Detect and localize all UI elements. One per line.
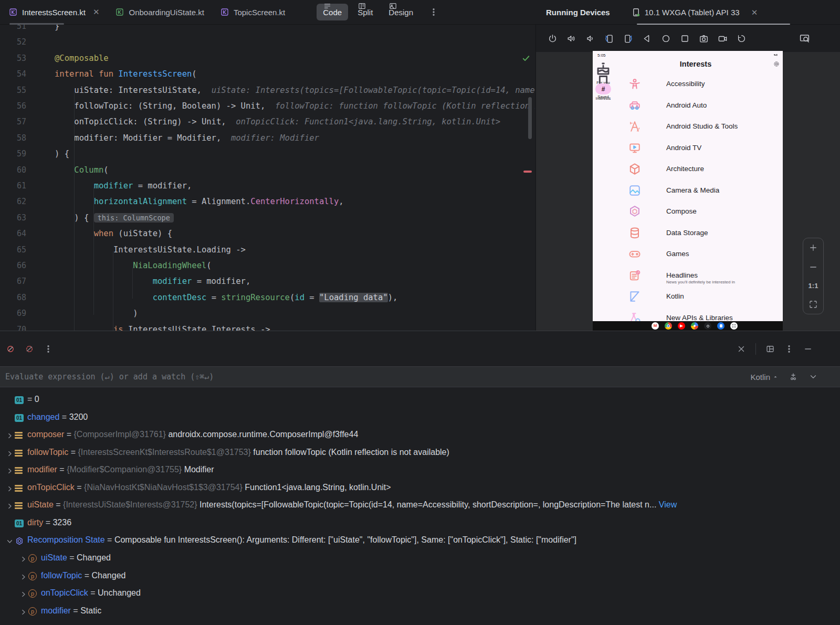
add-watch-icon[interactable] — [789, 372, 798, 382]
files-app-app-icon[interactable] — [717, 322, 724, 330]
variable-segment: = — [68, 448, 78, 457]
variable-row[interactable]: ponTopicClick = Unchanged — [0, 588, 840, 601]
chevron-collapsed-icon[interactable] — [19, 555, 28, 564]
editor-more-icon[interactable] — [429, 7, 438, 17]
minimize-icon[interactable] — [803, 344, 813, 354]
chevron-collapsed-icon[interactable] — [5, 431, 14, 440]
back-icon[interactable] — [642, 34, 652, 44]
variable-segment: composer — [27, 430, 64, 439]
variable-segment: uiState — [27, 500, 54, 509]
code-line: ) — [0, 305, 535, 321]
power-icon[interactable] — [548, 34, 558, 44]
variable-row[interactable]: 01dirty = 3236 — [0, 517, 840, 531]
view-mode-design[interactable]: Design — [382, 4, 419, 20]
zoom-in-icon[interactable] — [808, 243, 818, 252]
device-tab[interactable]: 10.1 WXGA (Tablet) API 33 — [631, 7, 740, 17]
variable-segment: {ComposerImpl@31761} — [74, 430, 168, 439]
more-icon[interactable] — [755, 34, 765, 44]
chevron-collapsed-icon[interactable] — [5, 449, 14, 458]
rotate-right-icon[interactable] — [623, 34, 633, 44]
code-token: InterestsUiState.Interests -> — [123, 325, 270, 331]
variable-row[interactable]: puiState = Changed — [0, 553, 840, 566]
code-editor[interactable]: 51}5253@Composable54internal fun Interes… — [0, 25, 535, 331]
language-selector[interactable]: Kotlin — [750, 373, 778, 382]
variable-segment: Function1<java.lang.String, kotlin.Unit> — [245, 483, 391, 492]
breakpoint-icon[interactable] — [6, 344, 15, 354]
view-link[interactable]: View — [659, 500, 677, 509]
volume-down-icon[interactable] — [585, 34, 595, 44]
variable-row[interactable]: pmodifier = Static — [0, 606, 840, 619]
evaluate-expression-input[interactable]: Evaluate expression (↵) or add a watch (… — [0, 372, 214, 382]
emulator-zoom-controls: 1:1 — [803, 238, 824, 314]
chevron-down-icon[interactable] — [808, 372, 818, 382]
emulator-screen[interactable]: 5:05 For youSaved#Interests Interests Ac… — [593, 51, 783, 331]
variable-row[interactable]: onTopicClick = {NiaNavHostKt$NiaNavHost$… — [0, 482, 840, 496]
topic-name: New APIs & Libraries — [666, 314, 733, 322]
object-value-icon — [15, 431, 24, 440]
android-taskbar: M▶ — [593, 321, 783, 331]
tab-close-icon[interactable]: ✕ — [93, 7, 100, 17]
chevron-collapsed-icon[interactable] — [5, 467, 14, 475]
view-mode-split[interactable]: Split — [351, 4, 379, 20]
debug-more-icon[interactable] — [44, 344, 53, 354]
view-mode-code[interactable]: Code — [317, 4, 348, 20]
code-line — [0, 34, 535, 50]
code-token: contentDesc — [153, 293, 207, 302]
device-tab-close-icon[interactable]: ✕ — [751, 8, 758, 17]
all-apps-app-icon[interactable] — [730, 322, 738, 330]
editor-tab[interactable]: TopicScreen.kt — [212, 0, 292, 24]
zoom-out-icon[interactable] — [808, 262, 818, 272]
variable-segment: 0 — [35, 395, 39, 404]
restart-icon[interactable] — [737, 34, 747, 44]
device-mirror-icon[interactable] — [799, 33, 810, 44]
home-icon[interactable] — [661, 34, 671, 44]
scope-hint-chip: this: ColumnScope — [94, 213, 174, 223]
zoom-fit-icon[interactable] — [808, 300, 818, 309]
debug-options-icon[interactable] — [784, 344, 794, 354]
camera-icon[interactable] — [699, 34, 709, 44]
zoom-ratio-button[interactable]: 1:1 — [808, 282, 818, 290]
gmail-app-icon[interactable]: M — [652, 322, 659, 330]
variable-segment: = — [59, 412, 69, 421]
variable-row[interactable]: composer = {ComposerImpl@31761} androidx… — [0, 429, 840, 443]
variable-segment: = — [88, 588, 98, 597]
chevron-collapsed-icon[interactable] — [5, 502, 14, 511]
chevron-collapsed-icon[interactable] — [19, 590, 28, 599]
variable-row[interactable]: followTopic = {InterestsScreenKt$Interes… — [0, 447, 840, 461]
screen-record-icon[interactable] — [718, 34, 728, 44]
variable-row[interactable]: modifier = {Modifier$Companion@31755} Mo… — [0, 464, 840, 478]
active-tab-scroll-thumb — [9, 23, 64, 25]
overview-icon[interactable] — [680, 34, 690, 44]
volume-up-icon[interactable] — [566, 34, 576, 44]
inspections-ok-icon[interactable] — [521, 54, 531, 63]
evaluate-expression-bar[interactable]: Evaluate expression (↵) or add a watch (… — [0, 366, 840, 387]
code-line: contentDesc = stringResource(id = "Loadi… — [0, 290, 535, 305]
chevron-collapsed-icon[interactable] — [19, 608, 28, 617]
device-toolbar — [536, 25, 840, 52]
android-studio-window: InterestsScreen.kt✕OnboardingUiState.ktT… — [0, 0, 840, 625]
rotate-left-icon[interactable] — [604, 34, 614, 44]
language-caret-icon — [773, 374, 778, 379]
editor-tab[interactable]: OnboardingUiState.kt — [107, 0, 211, 24]
error-stripe-mark — [523, 171, 532, 173]
settings-gear-icon[interactable] — [773, 60, 780, 68]
chevron-expanded-icon[interactable] — [5, 537, 14, 546]
camera-app-app-icon[interactable] — [704, 322, 711, 330]
close-icon[interactable] — [737, 344, 746, 354]
chrome-app-icon[interactable] — [665, 322, 672, 330]
variable-row[interactable]: pfollowTopic = Changed — [0, 570, 840, 584]
editor-scrollbar[interactable] — [528, 97, 532, 139]
layout-settings-icon[interactable] — [765, 344, 775, 354]
variable-row[interactable]: Recomposition State = Composable fun Int… — [0, 535, 840, 548]
youtube-app-icon[interactable]: ▶ — [678, 322, 685, 330]
photos-app-icon[interactable] — [691, 322, 698, 330]
variable-row[interactable]: 01changed = 3200 — [0, 412, 840, 426]
chevron-collapsed-icon[interactable] — [5, 484, 14, 493]
code-token: = Alignment. — [187, 197, 250, 206]
variable-text: followTopic = Changed — [41, 571, 125, 580]
editor-tab[interactable]: InterestsScreen.kt✕ — [0, 0, 107, 24]
variable-row[interactable]: 01= 0 — [0, 394, 840, 408]
chevron-collapsed-icon[interactable] — [19, 573, 28, 581]
mute-breakpoints-icon[interactable] — [25, 344, 34, 354]
variable-row[interactable]: uiState = {InterestsUiState$Interests@31… — [0, 500, 840, 513]
